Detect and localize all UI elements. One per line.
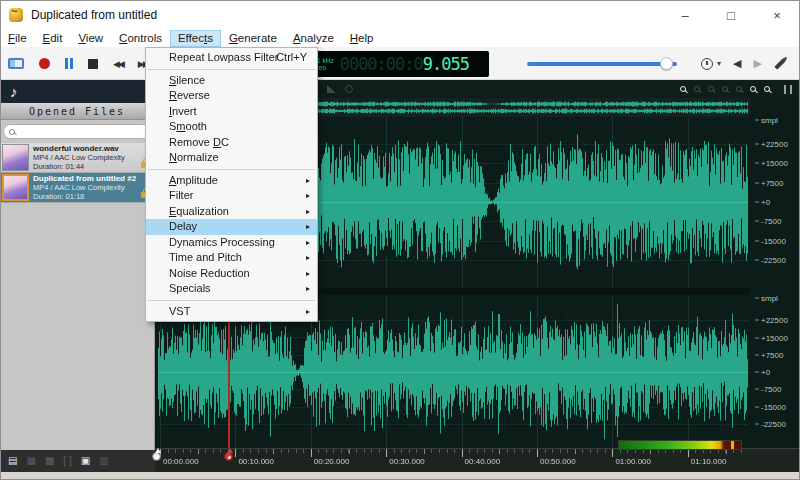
back-arrow-icon[interactable]: ◀ [733,57,741,70]
menu-view[interactable]: View [70,30,111,47]
menu-item-reverse[interactable]: Reverse [146,88,317,104]
file-search-box[interactable] [3,124,151,139]
zoom-selection-icon[interactable] [708,86,714,92]
stop-icon[interactable] [88,59,98,69]
menu-item-invert[interactable]: Invert [146,104,317,120]
file-format: MP4 / AAC Low Complexity [33,153,125,162]
start-marker-pin[interactable] [152,452,161,461]
close-button[interactable]: × [754,0,800,30]
menu-item-specials[interactable]: Specials▸ [146,281,317,297]
menu-controls[interactable]: Controls [111,30,170,47]
submenu-arrow-icon: ▸ [306,173,310,189]
slider-thumb[interactable] [660,57,673,70]
menu-item-dynamics-processing[interactable]: Dynamics Processing▸ [146,235,317,251]
ramp-icon[interactable] [327,85,336,93]
ruler-label: 00:30.000 [389,457,425,466]
file-thumbnail [2,144,29,171]
menu-analyze[interactable]: Analyze [285,30,342,47]
menu-item-amplitude[interactable]: Amplitude▸ [146,173,317,189]
axis-label-bottom: +22500 [755,316,788,325]
effects-dropdown-menu: Repeat Lowpass FilterCtrl+YSilenceRevers… [145,47,318,322]
search-input[interactable] [15,127,135,137]
menu-generate[interactable]: Generate [221,30,285,47]
wave-scrollbar-handle[interactable] [784,85,792,94]
submenu-arrow-icon: ▸ [306,235,310,251]
menu-item-filter[interactable]: Filter▸ [146,188,317,204]
ruler-label: 01:10.000 [691,457,727,466]
loop-icon[interactable] [345,85,353,93]
menu-item-noise-reduction[interactable]: Noise Reduction▸ [146,266,317,282]
zoom-out-icon[interactable] [694,86,700,92]
panel-header: Opened Files [0,103,154,120]
menu-edit[interactable]: Edit [35,30,71,47]
menu-shortcut: Ctrl+Y [276,50,307,66]
window-controls: – □ × [662,0,800,30]
axis-label-top: -22500 [755,256,786,265]
time-ruler[interactable]: 00:00.00000:10.00000:20.00000:30.00000:4… [155,448,800,472]
axis-label-bottom: +7500 [755,351,783,360]
file-thumbnail [2,174,29,201]
medium-tick [198,449,199,454]
file-meta: wonderful wonder.wavMP4 / AAC Low Comple… [33,144,125,171]
level-meter [618,440,742,450]
pair-view-icon[interactable]: ▥ [99,456,108,466]
speed-slider[interactable] [527,62,677,66]
zoom-vertical-icon[interactable] [764,86,770,92]
medium-tick [273,449,274,454]
ruler-label: 01:00.000 [615,457,651,466]
submenu-arrow-icon: ▸ [306,250,310,266]
pause-icon[interactable] [65,58,73,69]
selection-brackets-icon[interactable]: [ ] [63,456,71,466]
submenu-arrow-icon: ▸ [306,188,310,204]
submenu-arrow-icon: ▸ [306,266,310,282]
zoom-all-icon[interactable] [722,86,728,92]
file-name: Duplicated from untitled #2 [33,174,136,183]
menu-item-remove-dc[interactable]: Remove DC [146,135,317,151]
view-large-icon[interactable]: ▤ [8,456,17,466]
ruler-label: 00:20.000 [314,457,350,466]
menu-item-normalize[interactable]: Normalize [146,150,317,166]
menu-item-smooth[interactable]: Smooth [146,119,317,135]
menu-item-repeat-lowpass-filter[interactable]: Repeat Lowpass FilterCtrl+Y [146,50,317,66]
menu-effects[interactable]: Effects [170,30,221,47]
playhead-pin[interactable] [224,452,233,461]
main-toolbar: ◀◀ ▶▶ 44.1 kHz stereo 0000:00:09.055 ▾ ◀… [0,47,800,80]
menu-item-equalization[interactable]: Equalization▸ [146,204,317,220]
maximize-button[interactable]: □ [708,0,754,30]
forward-arrow-icon[interactable]: ▶ [754,57,762,70]
ruler-label: 00:40.000 [465,457,501,466]
menu-item-delay[interactable]: Delay▸ [146,219,317,235]
menu-help[interactable]: Help [342,30,382,47]
meter-peak-marker [731,441,734,449]
major-tick [386,449,387,457]
zoom-in-icon[interactable] [680,86,686,92]
submenu-arrow-icon: ▸ [306,204,310,220]
axis-label-top: +15000 [755,159,788,168]
menu-file[interactable]: File [0,30,35,47]
view-medium-icon[interactable]: ▦ [26,456,35,466]
axis-label-top: +22500 [755,140,788,149]
file-list-item[interactable]: wonderful wonder.wavMP4 / AAC Low Comple… [0,143,154,173]
file-list-item[interactable]: Duplicated from untitled #2MP4 / AAC Low… [0,173,154,203]
history-caret-icon[interactable]: ▾ [717,59,721,68]
zoom-previous-icon[interactable] [736,86,742,92]
zoom-horizontal-icon[interactable] [750,86,756,92]
history-clock-icon[interactable] [701,58,713,70]
edit-pen-icon[interactable] [774,58,785,69]
panel-banner: ♪ [0,80,154,103]
image-preview-icon[interactable]: ▣ [81,456,90,466]
submenu-arrow-icon: ▸ [306,304,310,320]
selection-window-icon[interactable] [8,58,24,69]
menu-bar: FileEditViewControlsEffectsGenerateAnaly… [0,30,800,47]
ruler-label: 00:10.000 [238,457,274,466]
menu-item-vst[interactable]: VST▸ [146,304,317,320]
record-icon[interactable] [39,58,50,69]
menu-item-time-and-pitch[interactable]: Time and Pitch▸ [146,250,317,266]
rewind-icon[interactable]: ◀◀ [113,59,123,69]
minimize-button[interactable]: – [662,0,708,30]
title-bar: Duplicated from untitled – □ × [0,0,800,30]
menu-item-silence[interactable]: Silence [146,73,317,89]
major-tick [612,449,613,457]
view-small-icon[interactable]: ▩ [45,456,54,466]
major-tick [311,449,312,457]
